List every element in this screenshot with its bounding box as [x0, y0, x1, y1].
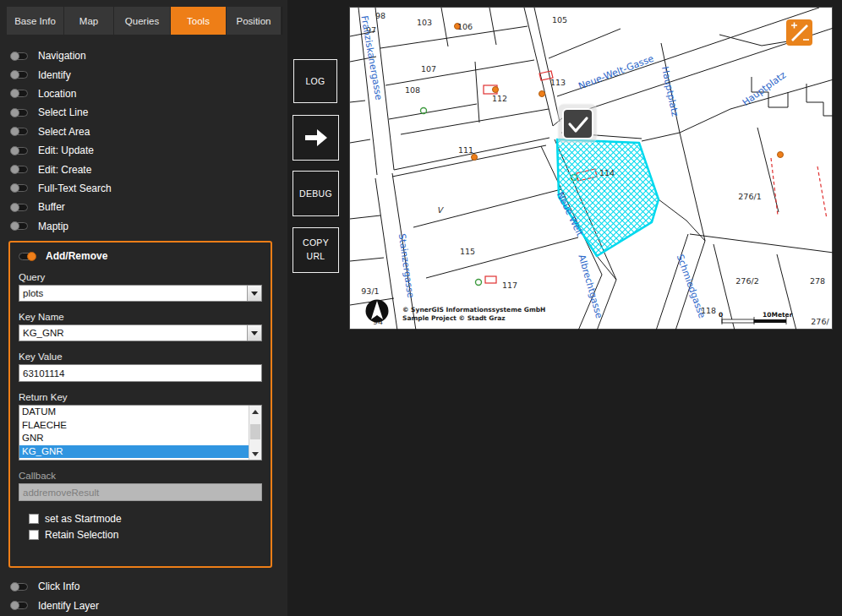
- toggle-switch-icon: [19, 253, 36, 260]
- arrow-right-icon: [303, 128, 329, 148]
- return-key-listbox[interactable]: DATUM FLAECHE GNR KG_GNR: [19, 405, 262, 461]
- toggle-label: Full-Text Search: [38, 183, 112, 194]
- parcel-label: 105: [552, 15, 567, 25]
- startmode-checkbox-row[interactable]: set as Startmode: [29, 513, 262, 525]
- toggle-click-info[interactable]: Click Info: [11, 577, 273, 596]
- map-orange-points: [455, 24, 784, 161]
- scrollbar-thumb[interactable]: [250, 424, 260, 439]
- toggle-switch-icon: [11, 90, 28, 97]
- scroll-down-icon[interactable]: [249, 448, 261, 460]
- toggle-label: Identify: [38, 69, 71, 81]
- toggle-buffer[interactable]: Buffer: [11, 198, 273, 216]
- toggle-switch-icon: [11, 52, 28, 60]
- list-item[interactable]: FLAECHE: [19, 419, 249, 433]
- tools-panel: Base Info Map Queries Tools Position Nav…: [0, 0, 287, 616]
- chevron-down-icon[interactable]: [247, 286, 261, 301]
- street-label: Hauptplatz: [659, 66, 681, 118]
- toggle-switch-icon: [11, 222, 28, 230]
- toggle-switch-icon: [11, 602, 28, 609]
- checkbox-unchecked-icon[interactable]: [29, 530, 39, 540]
- tool-toggle-list: Navigation Identify Location Select Line…: [11, 46, 273, 236]
- toggle-label: Select Area: [38, 126, 90, 138]
- parcel-label: 106: [457, 22, 473, 31]
- query-select[interactable]: plots: [19, 285, 262, 302]
- toggle-switch-icon: [11, 128, 28, 135]
- toggle-add-remove[interactable]: Add/Remove: [19, 250, 262, 262]
- parcel-label: V: [437, 205, 445, 215]
- query-label: Query: [19, 272, 262, 282]
- tab-label: Queries: [125, 16, 159, 26]
- tab-map[interactable]: Map: [64, 7, 114, 35]
- list-item-selected[interactable]: KG_GNR: [19, 445, 261, 459]
- parcel-label: 117: [502, 281, 517, 290]
- parcel-label: 115: [460, 247, 475, 256]
- street-label: Schmiedgasse: [675, 253, 708, 319]
- scroll-up-icon[interactable]: [249, 406, 261, 417]
- section-title: Add/Remove: [46, 250, 107, 262]
- toggle-identify-layer[interactable]: Identify Layer: [11, 596, 273, 614]
- toggle-navigation[interactable]: Navigation: [11, 46, 273, 65]
- log-button[interactable]: LOG: [293, 59, 337, 103]
- parcel-label: 108: [405, 85, 420, 95]
- tool-toggle-list-bottom: Click Info Identify Layer: [11, 577, 273, 615]
- key-value-input[interactable]: [19, 364, 262, 382]
- street-label: Hauptplatz: [741, 69, 788, 108]
- toggle-label: Click Info: [38, 581, 79, 592]
- parcel-label: 98: [375, 11, 385, 20]
- tab-label: Position: [237, 16, 271, 26]
- toggle-switch-icon: [11, 583, 28, 591]
- list-item[interactable]: DATUM: [19, 406, 249, 419]
- map-canvas[interactable]: 9897103106105107108113112111114V11511711…: [350, 8, 834, 330]
- parcel-label: 114: [599, 168, 615, 177]
- run-arrow-button[interactable]: [293, 115, 339, 161]
- key-name-select[interactable]: KG_GNR: [19, 324, 262, 341]
- map-attribution-line2: Sample Project © Stadt Graz: [402, 314, 506, 322]
- checkbox-label: Retain Selection: [45, 529, 118, 541]
- listbox-scrollbar[interactable]: [249, 406, 261, 460]
- return-key-label: Return Key: [19, 392, 262, 402]
- callback-label: Callback: [19, 471, 262, 481]
- toggle-switch-icon: [11, 109, 28, 117]
- checkbox-unchecked-icon[interactable]: [29, 514, 39, 524]
- tab-queries[interactable]: Queries: [114, 7, 171, 35]
- parcel-label: 276/2: [735, 276, 758, 286]
- street-label: Albrechtgasse: [576, 253, 604, 320]
- toggle-select-line[interactable]: Select Line: [11, 103, 273, 122]
- toggle-switch-icon: [11, 166, 28, 173]
- toggle-edit-update[interactable]: Edit: Update: [11, 141, 273, 160]
- map-attribution-line1: © SynerGIS Informationssysteme GmbH: [402, 306, 545, 313]
- toggle-switch-icon: [11, 147, 28, 155]
- toggle-select-area[interactable]: Select Area: [11, 123, 273, 141]
- toggle-location[interactable]: Location: [11, 84, 273, 103]
- map-container: 9897103106105107108113112111114V11511711…: [349, 7, 833, 330]
- edit-plusminus-button[interactable]: [786, 19, 812, 46]
- toggle-edit-create[interactable]: Edit: Create: [11, 160, 273, 178]
- street-label: Neue-Welt-Gasse: [577, 53, 655, 92]
- tab-label: Base Info: [14, 16, 56, 26]
- main-tabbar: Base Info Map Queries Tools Position: [7, 7, 282, 35]
- parcel-label: 103: [417, 18, 432, 27]
- toggle-fulltext-search[interactable]: Full-Text Search: [11, 179, 273, 198]
- parcel-label: 278: [810, 276, 825, 286]
- toggle-identify[interactable]: Identify: [11, 65, 273, 84]
- tab-tools[interactable]: Tools: [171, 7, 227, 35]
- selected-parcel-highlight[interactable]: [557, 139, 659, 256]
- toggle-label: Location: [38, 88, 76, 100]
- debug-button[interactable]: DEBUG: [293, 171, 339, 216]
- map-red-marks: [484, 71, 827, 283]
- confirm-check-button[interactable]: [558, 104, 597, 143]
- toggle-label: Select Line: [38, 106, 88, 118]
- retain-selection-checkbox-row[interactable]: Retain Selection: [29, 529, 262, 541]
- tab-base-info[interactable]: Base Info: [7, 7, 64, 35]
- toggle-maptip[interactable]: Maptip: [11, 217, 273, 236]
- callback-input: [19, 483, 262, 501]
- street-label: Franziskanergasse: [358, 14, 384, 101]
- list-item[interactable]: GNR: [19, 432, 249, 445]
- toggle-label: Maptip: [38, 221, 68, 232]
- toggle-switch-icon: [11, 184, 28, 192]
- parcel-label: 113: [550, 78, 566, 87]
- tab-position[interactable]: Position: [227, 7, 282, 35]
- chevron-down-icon[interactable]: [247, 325, 261, 341]
- toggle-label: Edit: Create: [38, 164, 91, 176]
- copy-url-button[interactable]: COPY URL: [293, 227, 339, 273]
